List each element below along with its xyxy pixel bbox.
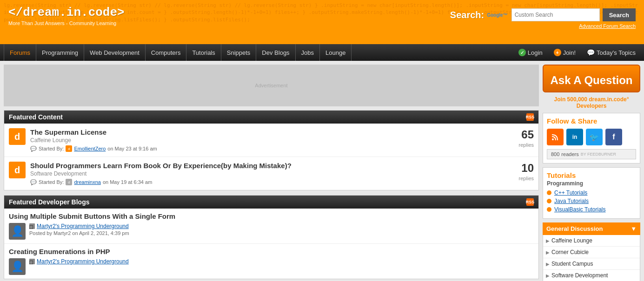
blog-post-link-1: □ Martyr2's Programming Underground	[29, 223, 534, 229]
vb-tutorials-link[interactable]: VisualBasic Tutorials	[554, 206, 606, 213]
general-discussion-header[interactable]: General Discussion ▼	[543, 222, 640, 235]
logo-area: </dream.in.code> More Than Just Answers …	[8, 6, 125, 26]
advanced-search-link[interactable]: Advanced Forum Search	[579, 23, 636, 29]
featured-content-rss-icon[interactable]: RSS	[526, 113, 534, 121]
avatar-item-2: d	[9, 162, 26, 178]
blog-link-icon-1: □	[29, 223, 35, 229]
author-1[interactable]: EmollientZero	[74, 146, 106, 151]
featured-content-box: Featured Content RSS d The Superman Lice…	[4, 110, 539, 190]
caffeine-lounge-label: Caffeine Lounge	[551, 237, 592, 244]
blog-post-meta-1: Posted by Martyr2 on April 2, 2021, 4:39…	[29, 230, 534, 236]
tutorials-box: Tutorials Programming C++ Tutorials Java…	[543, 167, 640, 219]
blog-post-info-1: □ Martyr2's Programming Underground Post…	[29, 223, 534, 236]
avatar-item-1: d	[9, 128, 26, 145]
blog-item-2: Creating Enumerations in PHP 👤 □ Martyr2…	[4, 244, 538, 279]
ask-question-button[interactable]: Ask A Question	[543, 65, 640, 92]
blog-post-info-2: □ Martyr2's Programming Underground	[29, 258, 534, 266]
blog-link-text-2[interactable]: Martyr2's Programming Underground	[37, 258, 129, 265]
tutorial-link-vb: VisualBasic Tutorials	[547, 206, 636, 213]
blog-post-link-2: □ Martyr2's Programming Underground	[29, 258, 534, 265]
nav-join[interactable]: + Join!	[549, 44, 580, 61]
author-2[interactable]: dreaminxna	[74, 179, 100, 185]
sidebar-item-caffeine-lounge[interactable]: ▶ Caffeine Lounge	[543, 235, 640, 247]
replies-count-1: 65	[519, 128, 534, 141]
student-campus-label: Student Campus	[551, 261, 593, 267]
replies-label-1: replies	[519, 142, 534, 148]
topics-label: Today's Topics	[597, 49, 636, 56]
nav-item-forums[interactable]: Forums	[4, 44, 36, 61]
date-1: on May 23 at 9:16 am	[107, 146, 157, 151]
item-meta-2: 💬 Started By: d dreaminxna on May 19 at …	[30, 179, 514, 185]
nav-item-lounge[interactable]: Lounge	[320, 44, 352, 61]
featured-content-title: Featured Content	[9, 113, 63, 121]
author-avatar-2: d	[66, 179, 72, 185]
sidebar-item-corner-cubicle[interactable]: ▶ Corner Cubicle	[543, 247, 640, 258]
sidebar-item-software-dev[interactable]: ▶ Software Development	[543, 270, 640, 281]
linkedin-social-icon[interactable]: in	[566, 129, 583, 145]
comment-icon-1: 💬	[30, 146, 37, 152]
nav-item-tutorials[interactable]: Tutorials	[186, 44, 221, 61]
site-logo[interactable]: </dream.in.code>	[8, 6, 125, 20]
arrow-icon: ▶	[546, 238, 550, 243]
tutorial-link-cpp: C++ Tutorials	[547, 190, 636, 196]
search-input[interactable]	[511, 8, 600, 21]
arrow-icon: ▶	[546, 261, 550, 267]
featured-blogs-box: Featured Developer Blogs RSS Using Multi…	[4, 195, 539, 279]
replies-count-2: 10	[519, 162, 534, 175]
join-icon: +	[554, 49, 561, 56]
tutorial-dot-java	[547, 199, 551, 203]
main-nav: Forums Programming Web Development Compu…	[0, 44, 644, 61]
blog-item-1: Using Multiple Submit Buttons With a Sin…	[4, 209, 538, 244]
nav-item-devblogs[interactable]: Dev Blogs	[256, 44, 295, 61]
feedburner-label: readers	[561, 151, 578, 157]
nav-item-snippets[interactable]: Snippets	[221, 44, 257, 61]
item-subtitle-1: Caffeine Lounge	[30, 137, 514, 144]
blog-title-2[interactable]: Creating Enumerations in PHP	[9, 248, 534, 255]
login-label: Login	[528, 49, 543, 56]
featured-blogs-title: Featured Developer Blogs	[9, 198, 90, 206]
item-title-2[interactable]: Should Programmers Learn From Book Or By…	[30, 162, 514, 170]
nav-login[interactable]: ✓ Login	[514, 44, 547, 61]
nav-item-webdev[interactable]: Web Development	[84, 44, 146, 61]
general-discussion-list: ▶ Caffeine Lounge ▶ Corner Cubicle ▶ Stu…	[543, 235, 640, 281]
software-dev-label: Software Development	[551, 272, 608, 279]
item-main-2: Should Programmers Learn From Book Or By…	[30, 162, 514, 185]
item-main-1: The Superman License Caffeine Lounge 💬 S…	[30, 128, 514, 152]
social-icons: in 🐦 f	[547, 129, 636, 145]
item-title-1[interactable]: The Superman License	[30, 128, 514, 136]
twitter-social-icon[interactable]: 🐦	[586, 129, 603, 145]
item-replies-2: 10 replies	[519, 162, 534, 182]
replies-label-2: replies	[519, 176, 534, 181]
nav-today-topics[interactable]: 💬 Today's Topics	[582, 44, 640, 61]
search-area: Search: Google™ Search Advanced Forum Se…	[450, 8, 636, 29]
tutorial-dot-vb	[547, 207, 551, 212]
arrow-icon: ▶	[546, 250, 550, 255]
blog-post-row-2: 👤 □ Martyr2's Programming Underground	[9, 258, 534, 275]
follow-share-box: Follow & Share in 🐦 f 800 readers BY FEE…	[543, 113, 640, 163]
search-button[interactable]: Search	[603, 8, 636, 21]
item-subtitle-2: Software Development	[30, 170, 514, 177]
blog-link-text-1[interactable]: Martyr2's Programming Underground	[37, 223, 129, 229]
started-by-2: Started By:	[39, 179, 64, 185]
comment-icon-2: 💬	[30, 179, 37, 185]
nav-item-programming[interactable]: Programming	[36, 44, 84, 61]
feedburner-count: 800	[551, 151, 559, 157]
rss-social-icon[interactable]	[547, 129, 564, 145]
facebook-social-icon[interactable]: f	[605, 129, 622, 145]
featured-blogs-rss-icon[interactable]: RSS	[526, 198, 534, 206]
nav-item-jobs[interactable]: Jobs	[296, 44, 320, 61]
join-label: Join!	[563, 49, 576, 56]
sidebar-item-student-campus[interactable]: ▶ Student Campus	[543, 258, 640, 270]
general-discussion-section: General Discussion ▼ ▶ Caffeine Lounge ▶…	[543, 222, 640, 281]
follow-title: Follow & Share	[547, 117, 636, 125]
item-replies-1: 65 replies	[519, 128, 534, 148]
nav-item-computers[interactable]: Computers	[146, 44, 187, 61]
cpp-tutorials-link[interactable]: C++ Tutorials	[554, 190, 587, 196]
general-discussion-arrow: ▼	[631, 225, 637, 232]
blog-link-icon-2: □	[29, 259, 35, 264]
started-by-1: Started By:	[39, 146, 64, 151]
java-tutorials-link[interactable]: Java Tutorials	[554, 198, 589, 204]
blog-title-1[interactable]: Using Multiple Submit Buttons With a Sin…	[9, 212, 534, 220]
tutorial-link-java: Java Tutorials	[547, 198, 636, 204]
arrow-icon: ▶	[546, 273, 550, 278]
